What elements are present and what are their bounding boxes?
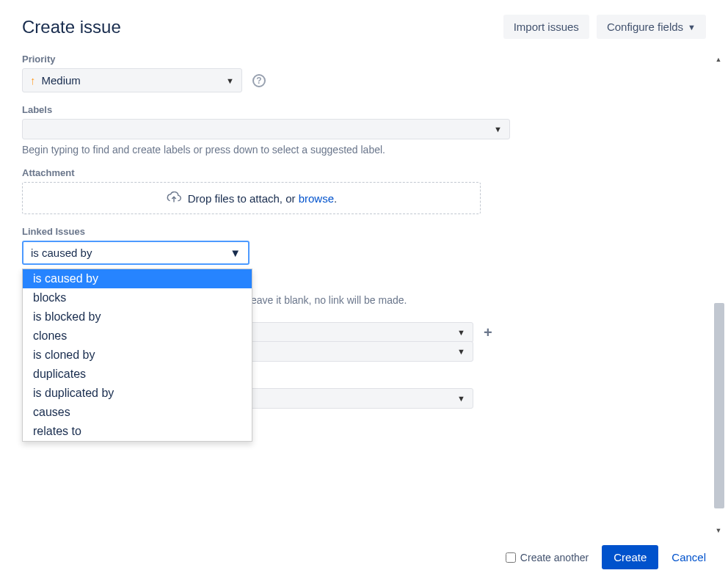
dropdown-option[interactable]: is cloned by [23, 346, 252, 365]
scroll-down-icon[interactable]: ▼ [713, 525, 724, 536]
dropdown-option[interactable]: relates to [23, 422, 252, 441]
attachment-field: Attachment Drop files to attach, or brow… [22, 167, 706, 214]
create-another-checkbox[interactable]: Create another [506, 552, 589, 563]
dropdown-option[interactable]: blocks [23, 288, 252, 307]
linked-issues-label: Linked Issues [22, 226, 706, 237]
dropdown-option[interactable]: is caused by [23, 269, 252, 288]
dropdown-option[interactable]: duplicates [23, 365, 252, 384]
priority-select[interactable]: ↑ Medium ▼ [22, 68, 242, 92]
help-icon[interactable]: ? [252, 74, 266, 87]
cloud-upload-icon [166, 191, 182, 205]
browse-link[interactable]: browse [299, 192, 334, 205]
chevron-down-icon: ▼ [226, 76, 234, 85]
form-scroll-area: Priority ↑ Medium ▼ ? Labels ▼ Begin typ… [22, 54, 706, 536]
labels-label: Labels [22, 104, 706, 115]
import-issues-button[interactable]: Import issues [503, 15, 589, 39]
configure-fields-button[interactable]: Configure fields ▼ [597, 15, 706, 39]
labels-field: Labels ▼ Begin typing to find and create… [22, 104, 706, 156]
scrollbar[interactable]: ▲ ▼ [713, 54, 724, 536]
scrollbar-thumb[interactable] [714, 303, 724, 508]
create-another-input[interactable] [506, 552, 516, 563]
linked-issues-type-select[interactable]: is caused by ▼ is caused byblocksis bloc… [22, 241, 250, 265]
labels-select[interactable]: ▼ [22, 119, 510, 139]
linked-issues-field: Linked Issues is caused by ▼ is caused b… [22, 226, 706, 306]
chevron-down-icon: ▼ [230, 247, 241, 259]
attachment-label: Attachment [22, 167, 706, 178]
dialog-footer: Create another Create Cancel [22, 536, 706, 584]
dialog-header: Create issue Import issues Configure fie… [22, 15, 706, 39]
attachment-dropzone[interactable]: Drop files to attach, or browse. [22, 182, 481, 214]
chevron-down-icon: ▼ [457, 328, 465, 337]
chevron-down-icon: ▼ [457, 347, 465, 356]
priority-label: Priority [22, 54, 706, 65]
dropdown-option[interactable]: clones [23, 326, 252, 346]
chevron-down-icon: ▼ [688, 23, 696, 32]
add-link-icon[interactable]: + [484, 324, 492, 341]
linked-issues-dropdown: is caused byblocksis blocked byclonesis … [22, 269, 252, 442]
chevron-down-icon: ▼ [457, 394, 465, 403]
dropdown-option[interactable]: is blocked by [23, 307, 252, 326]
create-button[interactable]: Create [602, 545, 658, 569]
cancel-button[interactable]: Cancel [671, 551, 706, 563]
priority-medium-icon: ↑ [30, 74, 36, 87]
dropdown-option[interactable]: is duplicated by [23, 384, 252, 403]
labels-helper: Begin typing to find and create labels o… [22, 144, 706, 156]
dialog-title: Create issue [22, 17, 121, 37]
priority-field: Priority ↑ Medium ▼ ? [22, 54, 706, 92]
scroll-up-icon[interactable]: ▲ [713, 54, 724, 65]
chevron-down-icon: ▼ [494, 125, 502, 134]
dropdown-option[interactable]: causes [23, 403, 252, 422]
